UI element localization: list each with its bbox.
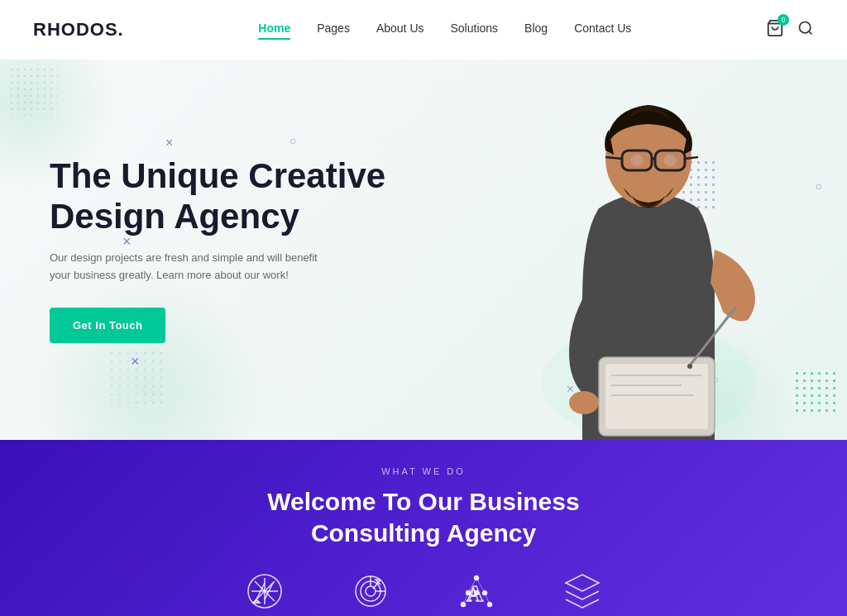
dots-topleft bbox=[8, 66, 58, 116]
cart-button[interactable]: 0 bbox=[766, 19, 784, 41]
svg-marker-27 bbox=[253, 599, 260, 603]
deco-circle1: ○ bbox=[290, 134, 296, 147]
typography-icon: A bbox=[457, 571, 496, 611]
nav-pages[interactable]: Pages bbox=[317, 21, 350, 38]
nav-about[interactable]: About Us bbox=[376, 21, 424, 38]
main-nav: Home Pages About Us Solutions Blog Conta… bbox=[258, 21, 631, 38]
layers-icon bbox=[562, 571, 602, 611]
header: RHODOS. Home Pages About Us Solutions Bl… bbox=[0, 0, 847, 60]
hero-title: The Unique Creative Design Agency bbox=[50, 156, 397, 236]
section-title: Welcome To Our Business Consulting Agenc… bbox=[267, 486, 579, 548]
hero-subtitle: Our design projects are fresh and simple… bbox=[50, 250, 331, 284]
svg-point-35 bbox=[462, 603, 466, 607]
services-row: A bbox=[245, 571, 602, 611]
section-eyebrow: WHAT WE DO bbox=[381, 466, 466, 476]
svg-line-42 bbox=[485, 593, 490, 604]
hero-section: × × × × × ○ ○ ○ ○ The Unique Creative De… bbox=[0, 60, 847, 440]
deco-x3: × bbox=[131, 353, 140, 370]
nav-blog[interactable]: Blog bbox=[524, 21, 548, 38]
svg-point-38 bbox=[475, 591, 479, 595]
design-icon bbox=[245, 571, 285, 611]
target-icon bbox=[351, 571, 390, 611]
nav-contact[interactable]: Contact Us bbox=[574, 21, 631, 38]
logo: RHODOS. bbox=[33, 19, 124, 41]
dots-bottomright bbox=[793, 370, 839, 415]
deco-x1: × bbox=[165, 136, 173, 150]
svg-point-12 bbox=[569, 391, 599, 414]
service-design bbox=[245, 571, 285, 611]
hero-content: The Unique Creative Design Agency Our de… bbox=[0, 156, 397, 342]
deco-circle3: ○ bbox=[816, 179, 822, 193]
svg-rect-14 bbox=[605, 364, 708, 429]
search-icon bbox=[797, 20, 814, 36]
hero-person-image bbox=[516, 68, 781, 440]
cart-badge: 0 bbox=[778, 14, 789, 26]
nav-home[interactable]: Home bbox=[258, 21, 290, 38]
svg-point-10 bbox=[630, 155, 644, 166]
nav-solutions[interactable]: Solutions bbox=[451, 21, 499, 38]
service-layers bbox=[562, 571, 602, 611]
search-button[interactable] bbox=[797, 20, 814, 40]
svg-point-11 bbox=[663, 155, 677, 166]
svg-point-1 bbox=[799, 22, 810, 33]
svg-marker-45 bbox=[566, 575, 599, 591]
what-we-do-section: WHAT WE DO Welcome To Our Business Consu… bbox=[0, 440, 847, 616]
nav-actions: 0 bbox=[766, 19, 814, 41]
service-typography: A bbox=[457, 571, 496, 611]
svg-point-19 bbox=[687, 364, 692, 369]
cta-button[interactable]: Get In Touch bbox=[50, 308, 165, 343]
service-target bbox=[351, 571, 390, 611]
person-svg bbox=[516, 68, 781, 440]
